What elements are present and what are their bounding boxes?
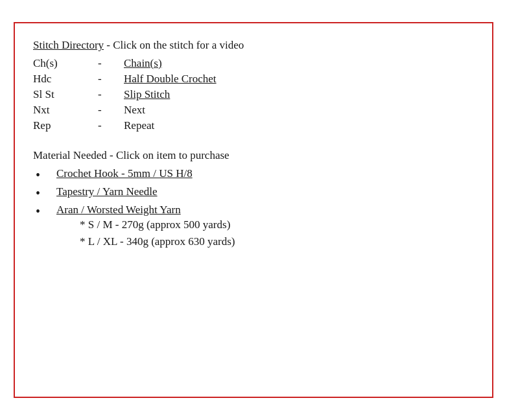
stitch-name[interactable]: Slip Stitch [124,87,474,102]
material-item-link[interactable]: Crochet Hook - 5mm / US H/8 [56,167,193,180]
stitch-dash: - [98,102,124,118]
stitch-directory-label[interactable]: Stitch Directory [33,39,104,51]
stitch-dash: - [98,56,124,71]
stitch-dash: - [98,118,124,134]
stitch-row: Hdc-Half Double Crochet [33,71,474,87]
stitch-row: Nxt-Next [33,102,474,118]
material-needed-label[interactable]: Material Needed [33,149,107,161]
stitch-row: Ch(s)-Chain(s) [33,56,474,71]
material-section: Material Needed - Click on item to purch… [33,149,474,250]
bullet-icon: • [33,167,56,183]
stitch-name[interactable]: Chain(s) [124,56,474,71]
material-list: •Crochet Hook - 5mm / US H/8•Tapestry / … [33,167,474,250]
stitch-dash: - [98,71,124,87]
stitch-table: Ch(s)-Chain(s)Hdc-Half Double CrochetSl … [33,56,474,134]
material-sub-note: * L / XL - 340g (approx 630 yards) [80,233,474,250]
material-item: •Aran / Worsted Weight Yarn* S / M - 270… [33,204,474,250]
stitch-name: Repeat [124,118,474,134]
stitch-abbr: Rep [33,118,98,134]
stitch-abbr: Hdc [33,71,98,87]
material-needed-subtitle: - Click on item to purchase [107,149,230,161]
stitch-abbr: Sl St [33,87,98,102]
bullet-icon: • [33,185,56,201]
material-item-content[interactable]: Tapestry / Yarn Needle [56,185,474,198]
stitch-dash: - [98,87,124,102]
stitch-name[interactable]: Half Double Crochet [124,71,474,87]
material-sub-note: * S / M - 270g (approx 500 yards) [80,216,474,233]
stitch-directory-subtitle: - Click on the stitch for a video [104,39,244,51]
stitch-row: Rep-Repeat [33,118,474,134]
stitch-abbr: Nxt [33,102,98,118]
stitch-row: Sl St-Slip Stitch [33,87,474,102]
stitch-section: Stitch Directory - Click on the stitch f… [33,39,474,134]
material-item-content[interactable]: Aran / Worsted Weight Yarn* S / M - 270g… [56,204,474,250]
material-item-link[interactable]: Aran / Worsted Weight Yarn [56,204,181,216]
material-title: Material Needed - Click on item to purch… [33,149,474,162]
material-item-link[interactable]: Tapestry / Yarn Needle [56,185,158,198]
material-item: •Crochet Hook - 5mm / US H/8 [33,167,474,183]
bullet-icon: • [33,204,56,219]
content-box: Stitch Directory - Click on the stitch f… [14,22,493,398]
material-item-content[interactable]: Crochet Hook - 5mm / US H/8 [56,167,474,180]
stitch-name: Next [124,102,474,118]
material-item: •Tapestry / Yarn Needle [33,185,474,201]
stitch-directory-title: Stitch Directory - Click on the stitch f… [33,39,474,52]
stitch-abbr: Ch(s) [33,56,98,71]
